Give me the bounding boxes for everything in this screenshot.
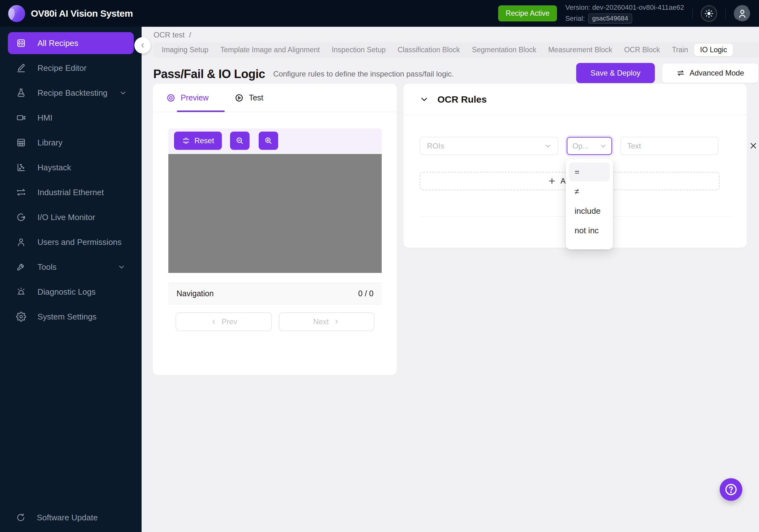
- reset-view-button[interactable]: Reset: [174, 132, 222, 150]
- serial-label: Serial:: [565, 15, 585, 23]
- prev-label: Prev: [221, 317, 237, 326]
- rule-row: ROIs Op...: [420, 137, 735, 155]
- page-header: Pass/Fail & IO Logic Configure rules to …: [153, 63, 759, 85]
- zoom-in-icon: [264, 136, 273, 145]
- tools-wrench-icon: [16, 262, 26, 272]
- rois-select[interactable]: ROIs: [420, 137, 558, 155]
- operator-select[interactable]: Op...: [567, 137, 612, 155]
- sidebar-item-hmi[interactable]: HMI: [8, 107, 134, 129]
- page-subtitle: Configure rules to define the inspection…: [273, 69, 454, 78]
- save-deploy-button[interactable]: Save & Deploy: [576, 63, 655, 83]
- ocr-rules-title: OCR Rules: [437, 94, 487, 105]
- help-button[interactable]: [720, 478, 742, 501]
- sidebar-item-label: I/O Live Monitor: [37, 213, 126, 222]
- tab-preview[interactable]: Preview: [166, 84, 209, 112]
- breadcrumb-recipe-name[interactable]: OCR test: [154, 30, 185, 39]
- prev-button[interactable]: Prev: [176, 312, 272, 331]
- preview-panel: Preview Test Reset: [153, 84, 397, 375]
- sidebar-item-label: HMI: [37, 113, 126, 123]
- chevron-down-icon: [420, 95, 428, 104]
- tab-segmentation-block[interactable]: Segmentation Block: [466, 44, 542, 56]
- library-grid-icon: [16, 138, 26, 148]
- text-input[interactable]: [620, 137, 718, 155]
- sidebar-item-industrial-ethernet[interactable]: Industrial Ethernet: [8, 181, 134, 203]
- rois-placeholder: ROIs: [427, 142, 444, 150]
- user-avatar[interactable]: [734, 5, 751, 22]
- ocr-rules-header[interactable]: OCR Rules: [403, 84, 747, 115]
- active-tab-underline: [177, 110, 225, 112]
- sidebar-item-software-update[interactable]: Software Update: [8, 508, 134, 528]
- operator-option-not-inc[interactable]: not inc: [569, 221, 610, 240]
- tab-train[interactable]: Train: [666, 44, 694, 56]
- breadcrumb: OCR test /: [154, 30, 191, 39]
- settings-gear-icon: [16, 312, 26, 322]
- tab-measurement-block[interactable]: Measurement Block: [542, 44, 618, 56]
- sidebar-item-recipe-backtesting[interactable]: Recipe Backtesting: [8, 82, 134, 104]
- sidebar-collapse-button[interactable]: [134, 37, 151, 54]
- chevron-left-icon: [210, 318, 217, 325]
- tab-test[interactable]: Test: [234, 84, 263, 112]
- chevron-down-icon: [544, 142, 552, 150]
- serial-value-chip: gsac549684: [588, 14, 632, 23]
- operator-option-include[interactable]: include: [569, 201, 610, 220]
- sidebar-item-system-settings[interactable]: System Settings: [8, 306, 134, 328]
- navigation-count: 0 / 0: [358, 289, 374, 298]
- tab-template-image-and-alignment[interactable]: Template Image and Alignment: [214, 44, 326, 56]
- theme-toggle-button[interactable]: [701, 5, 717, 22]
- zoom-out-button[interactable]: [230, 132, 250, 150]
- haystack-chart-icon: [16, 162, 26, 173]
- operator-option-[interactable]: ≠: [569, 182, 610, 201]
- sidebar-item-library[interactable]: Library: [8, 132, 134, 154]
- sidebar-item-i-o-live-monitor[interactable]: I/O Live Monitor: [8, 206, 134, 228]
- sidebar: All Recipes Recipe Editor Recipe Backtes…: [0, 27, 141, 532]
- tab-test-label: Test: [249, 93, 263, 102]
- sidebar-item-diagnostic-logs[interactable]: Diagnostic Logs: [8, 281, 134, 303]
- operator-option-[interactable]: =: [569, 162, 610, 181]
- sidebar-item-label: Recipe Editor: [37, 63, 126, 73]
- divider: [692, 8, 693, 19]
- tab-preview-label: Preview: [180, 93, 209, 102]
- io-monitor-icon: [16, 212, 26, 222]
- sidebar-item-label: Industrial Ethernet: [37, 187, 126, 197]
- refresh-icon: [16, 513, 25, 522]
- sidebar-item-label: Diagnostic Logs: [37, 287, 126, 297]
- recipe-editor-icon: [16, 63, 26, 73]
- zoom-out-icon: [235, 136, 244, 145]
- sidebar-item-label: Recipe Backtesting: [37, 88, 108, 98]
- tab-imaging-setup[interactable]: Imaging Setup: [156, 44, 214, 56]
- sidebar-item-tools[interactable]: Tools: [8, 256, 134, 278]
- sidebar-item-label: Tools: [37, 262, 106, 272]
- next-button[interactable]: Next: [279, 312, 375, 331]
- recipe-active-badge: Recipe Active: [498, 5, 557, 21]
- sidebar-menu: All Recipes Recipe Editor Recipe Backtes…: [0, 27, 141, 328]
- brand: OV80i AI Vision System: [8, 5, 133, 22]
- sidebar-item-label: All Recipes: [37, 38, 126, 48]
- preview-toolbar: Reset: [168, 128, 382, 153]
- play-circle-icon: [234, 93, 244, 102]
- tab-inspection-setup[interactable]: Inspection Setup: [326, 44, 391, 56]
- sidebar-item-recipe-editor[interactable]: Recipe Editor: [8, 57, 134, 79]
- advanced-mode-button[interactable]: Advanced Mode: [662, 63, 759, 83]
- chevron-right-icon: [333, 318, 340, 325]
- sidebar-item-users-and-permissions[interactable]: Users and Permissions: [8, 231, 134, 253]
- sidebar-item-haystack[interactable]: Haystack: [8, 156, 134, 179]
- tab-classification-block[interactable]: Classification Block: [391, 44, 466, 56]
- tab-io-logic[interactable]: IO Logic: [694, 44, 733, 56]
- version-serial-block: Version: dev-20260401-ov80i-411ae62 Seri…: [565, 3, 684, 23]
- recipes-icon: [16, 38, 26, 48]
- preview-image-canvas[interactable]: [168, 154, 382, 273]
- zoom-in-button[interactable]: [259, 132, 278, 150]
- remove-rule-button[interactable]: [747, 140, 759, 152]
- backtesting-flask-icon: [16, 88, 26, 98]
- person-icon: [737, 8, 748, 19]
- operator-dropdown-menu: =≠includenot inc: [566, 159, 613, 249]
- close-icon: [749, 141, 758, 150]
- tab-ocr-block[interactable]: OCR Block: [618, 44, 666, 56]
- sidebar-item-all-recipes[interactable]: All Recipes: [8, 32, 134, 54]
- app-title: OV80i AI Vision System: [31, 8, 133, 19]
- chevron-down-icon: [117, 263, 126, 271]
- sidebar-item-label: Library: [37, 138, 126, 148]
- advanced-mode-label: Advanced Mode: [690, 69, 744, 77]
- app-logo-icon: [8, 5, 25, 22]
- divider: [725, 8, 726, 19]
